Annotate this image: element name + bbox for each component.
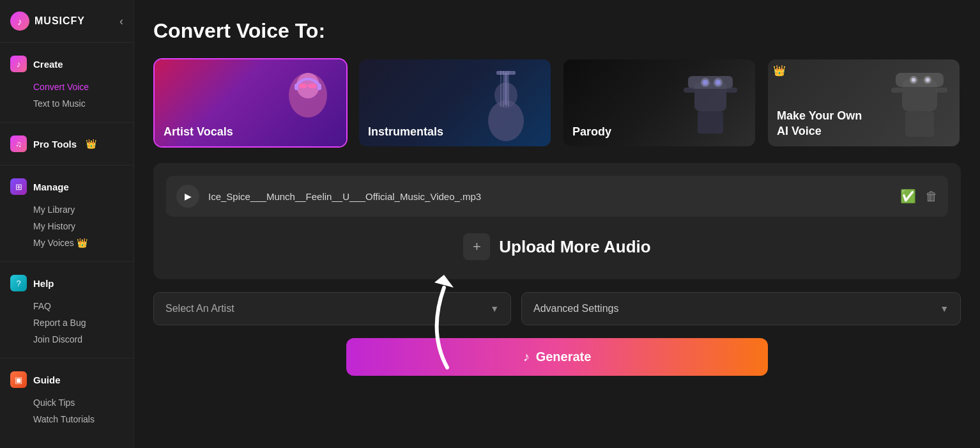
upload-plus-icon: +: [463, 233, 490, 260]
sidebar-item-join-discord[interactable]: Join Discord: [33, 331, 134, 348]
voice-card-parody[interactable]: Parody: [562, 58, 756, 148]
sidebar-item-my-history[interactable]: My History: [33, 218, 134, 235]
generate-label: Generate: [536, 350, 592, 364]
sidebar-item-watch-tutorials[interactable]: Watch Tutorials: [33, 411, 134, 428]
audio-section: ▶ Ice_Spice___Munch__Feelin__U___Officia…: [153, 163, 961, 279]
pro-tools-crown: 👑: [86, 139, 96, 149]
svg-rect-3: [309, 84, 316, 88]
logo-icon: ♪: [10, 12, 29, 31]
custom-crown: 👑: [773, 65, 786, 77]
instrumentals-label: Instrumentals: [368, 125, 443, 139]
sidebar-section-help: ? Help FAQ Report a Bug Join Discord: [0, 262, 134, 359]
sidebar-item-text-to-music[interactable]: Text to Music: [33, 95, 134, 112]
help-label: Help: [33, 278, 54, 289]
svg-rect-25: [896, 73, 944, 87]
play-icon: ▶: [185, 191, 192, 201]
controls-row: Select An Artist ▼ Advanced Settings ▼: [153, 292, 961, 325]
artist-select-placeholder: Select An Artist: [165, 303, 234, 314]
svg-rect-2: [299, 84, 307, 88]
svg-point-20: [716, 80, 721, 85]
main-content: Convert Voice To: Artist Vocals: [134, 0, 980, 448]
sidebar-section-manage-header[interactable]: ⊞ Manage: [0, 173, 134, 200]
manage-sub-items: My Library My History My Voices 👑: [0, 200, 134, 254]
pro-tools-label: Pro Tools: [33, 139, 77, 150]
create-icon: ♪: [10, 56, 27, 72]
sidebar-item-quick-tips[interactable]: Quick Tips: [33, 394, 134, 411]
sidebar-section-manage: ⊞ Manage My Library My History My Voices…: [0, 166, 134, 262]
guide-icon: ▣: [10, 371, 27, 388]
collapse-button[interactable]: ‹: [119, 15, 123, 28]
delete-icon[interactable]: 🗑: [925, 189, 938, 204]
artist-select-chevron: ▼: [490, 304, 499, 314]
artist-figure: [234, 59, 340, 146]
upload-more-button[interactable]: + Upload More Audio: [166, 227, 948, 266]
logo-area: ♪ MUSICFY ‹: [0, 0, 134, 43]
app-name: MUSICFY: [34, 15, 85, 27]
generate-button[interactable]: ♪ Generate: [346, 338, 768, 376]
manage-icon: ⊞: [10, 178, 27, 195]
sidebar-section-help-header[interactable]: ? Help: [0, 270, 134, 297]
svg-rect-21: [698, 111, 723, 134]
page-title: Convert Voice To:: [153, 19, 961, 43]
svg-point-29: [926, 78, 930, 82]
sidebar-item-faq[interactable]: FAQ: [33, 298, 134, 314]
sidebar-section-pro-tools: ♫ Pro Tools 👑: [0, 123, 134, 166]
upload-label: Upload More Audio: [499, 237, 650, 257]
audio-file-row: ▶ Ice_Spice___Munch__Feelin__U___Officia…: [166, 176, 948, 217]
voice-card-instrumentals[interactable]: Instrumentals: [358, 58, 552, 148]
manage-label: Manage: [33, 182, 69, 192]
logo-left: ♪ MUSICFY: [10, 12, 85, 31]
artist-select[interactable]: Select An Artist ▼: [153, 292, 511, 325]
svg-rect-22: [684, 88, 695, 93]
guide-sub-items: Quick Tips Watch Tutorials: [0, 393, 134, 430]
sidebar: ♪ MUSICFY ‹ ♪ Create Convert Voice Text …: [0, 0, 134, 448]
svg-rect-16: [688, 76, 733, 89]
make-own-label: Make Your Own AI Voice: [777, 109, 866, 139]
voice-card-artist-vocals[interactable]: Artist Vocals: [153, 58, 348, 148]
create-sub-items: Convert Voice Text to Music: [0, 77, 134, 114]
advanced-settings-label: Advanced Settings: [533, 303, 618, 314]
svg-rect-5: [295, 84, 298, 90]
svg-rect-23: [726, 88, 737, 93]
svg-point-28: [912, 78, 915, 82]
parody-label: Parody: [572, 125, 611, 139]
check-icon: ✅: [900, 189, 916, 204]
sidebar-section-guide: ▣ Guide Quick Tips Watch Tutorials: [0, 359, 134, 438]
play-button[interactable]: ▶: [176, 185, 199, 208]
my-voices-crown: 👑: [77, 238, 88, 248]
svg-rect-30: [905, 111, 934, 137]
parody-figure: [643, 59, 749, 146]
audio-filename: Ice_Spice___Munch__Feelin__U___Official_…: [208, 191, 891, 202]
sidebar-section-create-header[interactable]: ♪ Create: [0, 50, 134, 77]
help-icon: ?: [10, 275, 27, 291]
create-label: Create: [33, 59, 63, 70]
svg-rect-31: [891, 88, 903, 93]
artist-vocals-label: Artist Vocals: [164, 125, 233, 139]
svg-rect-32: [936, 88, 947, 93]
advanced-settings-chevron: ▼: [940, 304, 949, 314]
sidebar-section-pro-tools-header[interactable]: ♫ Pro Tools 👑: [0, 130, 134, 157]
voice-cards: Artist Vocals: [153, 58, 961, 148]
instrumentals-figure: [439, 59, 544, 146]
guide-label: Guide: [33, 375, 61, 385]
sidebar-item-my-voices[interactable]: My Voices 👑: [33, 235, 134, 251]
sidebar-item-my-library[interactable]: My Library: [33, 201, 134, 218]
sidebar-item-convert-voice[interactable]: Convert Voice: [33, 79, 134, 95]
sidebar-item-report-bug[interactable]: Report a Bug: [33, 314, 134, 331]
help-sub-items: FAQ Report a Bug Join Discord: [0, 297, 134, 350]
svg-point-19: [703, 80, 708, 85]
svg-rect-6: [318, 84, 321, 90]
sidebar-section-create: ♪ Create Convert Voice Text to Music: [0, 43, 134, 123]
voice-card-make-own[interactable]: 👑 Make Your Own AI Voice: [767, 58, 961, 148]
pro-tools-icon: ♫: [10, 135, 27, 152]
generate-music-icon: ♪: [523, 350, 530, 364]
sidebar-section-guide-header[interactable]: ▣ Guide: [0, 366, 134, 393]
advanced-settings-dropdown[interactable]: Advanced Settings ▼: [521, 292, 961, 325]
